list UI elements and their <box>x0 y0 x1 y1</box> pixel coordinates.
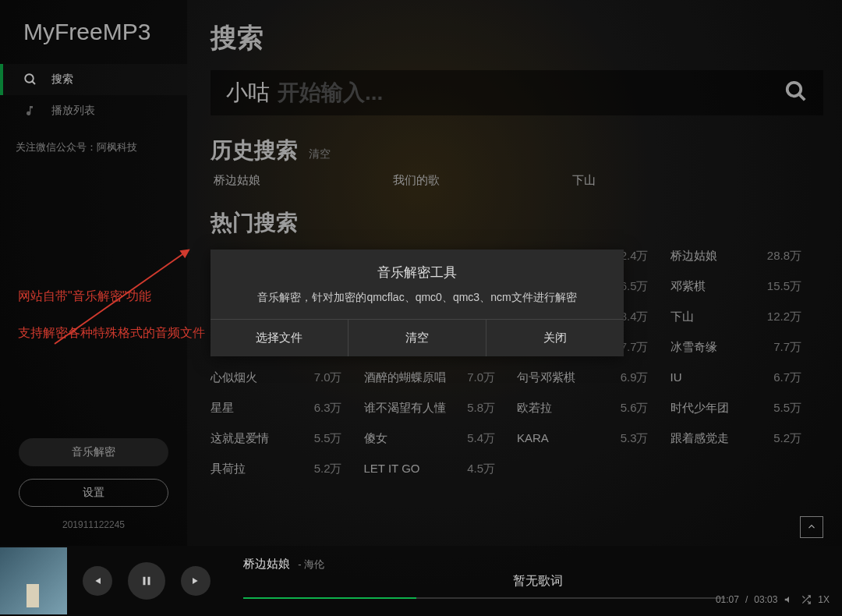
decrypt-modal: 音乐解密工具 音乐解密，针对加密的qmcflac、qmc0、qmc3、ncm文件… <box>210 250 624 356</box>
modal-choose-button[interactable]: 选择文件 <box>210 320 348 356</box>
progress-fill <box>243 597 416 599</box>
volume-icon[interactable] <box>784 594 794 605</box>
scroll-top-button[interactable] <box>800 516 823 538</box>
track-title: 桥边姑娘 - 海伦 <box>243 557 324 572</box>
annotation-2: 支持解密各种特殊格式的音频文件 <box>18 325 205 342</box>
next-button[interactable] <box>181 566 210 596</box>
svg-rect-4 <box>143 577 146 586</box>
track-artist: - 海伦 <box>298 558 324 570</box>
shuffle-icon[interactable] <box>801 594 812 605</box>
modal-close-button[interactable]: 关闭 <box>486 320 624 356</box>
modal-clear-button[interactable]: 清空 <box>348 320 486 356</box>
album-art[interactable] <box>0 547 67 614</box>
modal-title: 音乐解密工具 <box>210 250 624 291</box>
progress-bar[interactable] <box>243 597 725 599</box>
svg-rect-5 <box>148 577 150 586</box>
time-total: 03:03 <box>754 594 777 605</box>
speed-label[interactable]: 1X <box>818 594 830 605</box>
modal-description: 音乐解密，针对加密的qmcflac、qmc0、qmc3、ncm文件进行解密 <box>210 291 624 319</box>
lyric-text: 暂无歌词 <box>513 573 563 589</box>
play-pause-button[interactable] <box>128 562 165 600</box>
player-bar: 桥边姑娘 - 海伦 暂无歌词 01:07/03:03 1X <box>0 546 842 616</box>
prev-button[interactable] <box>83 566 112 596</box>
time-elapsed: 01:07 <box>716 594 739 605</box>
